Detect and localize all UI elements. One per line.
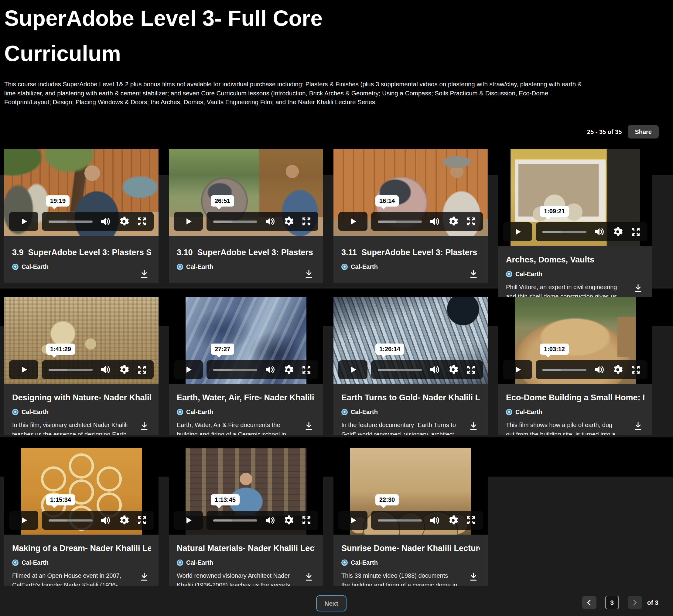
video-player[interactable]: 22:30 <box>333 448 488 535</box>
video-player[interactable]: 1:03:12 <box>498 297 652 384</box>
volume-icon[interactable] <box>100 515 111 526</box>
play-button[interactable] <box>174 360 203 379</box>
video-card[interactable]: 1:09:21 Arches, Domes, Vaults <box>498 149 652 297</box>
seek-bar[interactable] <box>49 369 92 371</box>
video-player[interactable]: 1:15:34 <box>4 448 159 535</box>
download-icon[interactable] <box>139 421 150 431</box>
play-button[interactable] <box>503 360 532 379</box>
seek-bar[interactable] <box>213 520 257 522</box>
seek-bar[interactable] <box>213 220 257 223</box>
volume-icon[interactable] <box>265 515 276 526</box>
channel-row[interactable]: Cal-Earth <box>12 409 151 416</box>
video-player[interactable]: 1:26:14 <box>333 297 488 384</box>
channel-row[interactable]: Cal-Earth <box>506 271 644 278</box>
play-button[interactable] <box>503 222 532 241</box>
next-page-icon-button[interactable] <box>628 596 642 609</box>
play-button[interactable] <box>9 511 38 530</box>
volume-icon[interactable] <box>100 216 111 227</box>
video-card[interactable]: 16:14 3.11_SuperAdobe Level 3: Plasters … <box>333 149 488 283</box>
video-player[interactable]: 27:27 <box>169 297 323 384</box>
settings-icon[interactable] <box>613 365 623 375</box>
seek-bar[interactable] <box>213 369 257 371</box>
fullscreen-icon[interactable] <box>631 365 641 375</box>
play-button[interactable] <box>9 212 38 231</box>
video-card[interactable]: 1:13:45 Natural Materials- Nader Khalili… <box>169 448 323 586</box>
settings-icon[interactable] <box>448 515 458 526</box>
video-player[interactable]: 19:19 <box>4 149 159 236</box>
download-icon[interactable] <box>304 421 314 431</box>
video-title[interactable]: Natural Materials- Nader Khalili Lecture… <box>177 544 315 553</box>
fullscreen-icon[interactable] <box>301 515 311 526</box>
video-player[interactable]: 1:13:45 <box>169 448 323 535</box>
video-player[interactable]: 26:51 <box>169 149 323 236</box>
video-title[interactable]: Sunrise Dome- Nader Khalili Lecture Se… <box>342 544 480 553</box>
play-button[interactable] <box>338 212 368 231</box>
fullscreen-icon[interactable] <box>466 515 476 526</box>
settings-icon[interactable] <box>283 365 294 375</box>
volume-icon[interactable] <box>100 365 111 375</box>
settings-icon[interactable] <box>283 216 294 227</box>
video-card[interactable]: 27:27 Earth, Water, Air, Fire- Nader Kha… <box>169 297 323 435</box>
settings-icon[interactable] <box>448 365 458 375</box>
video-card[interactable]: 1:26:14 Earth Turns to Gold- Nader Khali… <box>333 297 488 435</box>
video-title[interactable]: Arches, Domes, Vaults <box>506 255 644 264</box>
play-button[interactable] <box>9 360 38 379</box>
video-player[interactable]: 1:09:21 <box>498 149 652 246</box>
share-button[interactable]: Share <box>628 125 659 139</box>
page-number-input[interactable] <box>605 596 619 609</box>
download-icon[interactable] <box>468 269 479 279</box>
seek-bar[interactable] <box>542 231 587 233</box>
volume-icon[interactable] <box>429 216 440 227</box>
video-card[interactable]: 1:03:12 Eco-Dome Building a Small Home: … <box>498 297 652 435</box>
video-title[interactable]: Making of a Dream- Nader Khalili Lectu… <box>12 544 151 553</box>
settings-icon[interactable] <box>448 216 458 227</box>
fullscreen-icon[interactable] <box>631 227 641 237</box>
video-card[interactable]: 22:30 Sunrise Dome- Nader Khalili Lectur… <box>333 448 488 586</box>
settings-icon[interactable] <box>119 515 129 526</box>
channel-row[interactable]: Cal-Earth <box>342 559 480 566</box>
volume-icon[interactable] <box>429 515 440 526</box>
volume-icon[interactable] <box>265 365 276 375</box>
fullscreen-icon[interactable] <box>137 365 147 375</box>
channel-row[interactable]: Cal-Earth <box>12 559 151 566</box>
download-icon[interactable] <box>633 283 643 293</box>
volume-icon[interactable] <box>594 227 605 237</box>
fullscreen-icon[interactable] <box>137 515 147 526</box>
fullscreen-icon[interactable] <box>301 365 311 375</box>
video-title[interactable]: 3.9_SuperAdobe Level 3: Plasters Suppl… <box>12 248 151 257</box>
channel-row[interactable]: Cal-Earth <box>177 263 315 270</box>
video-title[interactable]: Earth Turns to Gold- Nader Khalili Lectu… <box>342 393 480 402</box>
seek-bar[interactable] <box>378 369 422 371</box>
play-button[interactable] <box>174 212 203 231</box>
video-title[interactable]: Eco-Dome Building a Small Home: Nad… <box>506 393 644 402</box>
video-title[interactable]: 3.11_SuperAdobe Level 3: Plasters Sup… <box>342 248 480 257</box>
video-card[interactable]: 1:15:34 Making of a Dream- Nader Khalili… <box>4 448 159 586</box>
download-icon[interactable] <box>304 572 314 582</box>
seek-bar[interactable] <box>542 369 587 371</box>
fullscreen-icon[interactable] <box>466 365 476 375</box>
video-title[interactable]: Designing with Nature- Nader Khalili Le… <box>12 393 151 402</box>
download-icon[interactable] <box>304 269 314 279</box>
video-player[interactable]: 16:14 <box>333 149 488 236</box>
video-card[interactable]: 26:51 3.10_SuperAdobe Level 3: Plasters … <box>169 149 323 283</box>
volume-icon[interactable] <box>429 365 440 375</box>
video-card[interactable]: 19:19 3.9_SuperAdobe Level 3: Plasters S… <box>4 149 159 283</box>
settings-icon[interactable] <box>119 216 129 227</box>
download-icon[interactable] <box>468 572 479 582</box>
seek-bar[interactable] <box>49 520 92 522</box>
volume-icon[interactable] <box>594 365 605 375</box>
settings-icon[interactable] <box>283 515 294 526</box>
settings-icon[interactable] <box>613 227 623 237</box>
channel-row[interactable]: Cal-Earth <box>12 263 151 270</box>
channel-row[interactable]: Cal-Earth <box>506 409 644 416</box>
download-icon[interactable] <box>633 421 643 431</box>
volume-icon[interactable] <box>265 216 276 227</box>
seek-bar[interactable] <box>378 220 422 223</box>
video-title[interactable]: 3.10_SuperAdobe Level 3: Plasters Sup… <box>177 248 315 257</box>
fullscreen-icon[interactable] <box>301 216 311 227</box>
channel-row[interactable]: Cal-Earth <box>177 409 315 416</box>
video-title[interactable]: Earth, Water, Air, Fire- Nader Khalili L… <box>177 393 315 402</box>
previous-page-icon-button[interactable] <box>582 596 597 609</box>
fullscreen-icon[interactable] <box>137 216 147 227</box>
seek-bar[interactable] <box>378 520 422 522</box>
